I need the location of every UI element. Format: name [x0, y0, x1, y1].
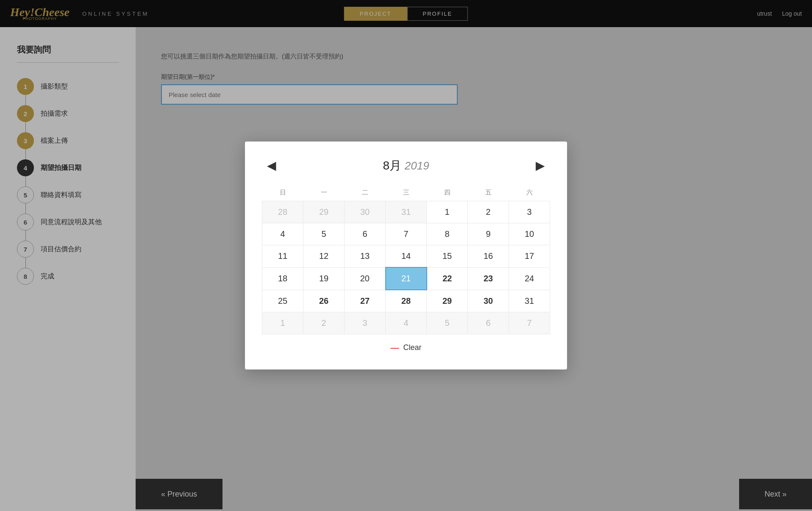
calendar-day[interactable]: 3 [509, 201, 550, 223]
calendar-day: 4 [386, 312, 427, 334]
calendar-day[interactable]: 7 [386, 223, 427, 245]
calendar-day: 28 [262, 201, 303, 223]
calendar-day[interactable]: 4 [262, 223, 303, 245]
calendar-day: 30 [345, 201, 386, 223]
calendar-day[interactable]: 20 [345, 267, 386, 290]
calendar-day: 3 [345, 312, 386, 334]
calendar-day: 5 [427, 312, 468, 334]
calendar-day[interactable]: 26 [303, 290, 345, 312]
calendar-day[interactable]: 1 [427, 201, 468, 223]
calendar-day[interactable]: 23 [468, 267, 509, 290]
calendar-day[interactable]: 16 [468, 245, 509, 268]
calendar-grid: 日一二三四五六282930311234567891011121314151617… [262, 184, 550, 334]
clear-dash-icon: — [390, 343, 399, 353]
calendar-day[interactable]: 15 [427, 245, 468, 268]
calendar-day[interactable]: 8 [427, 223, 468, 245]
calendar-day[interactable]: 5 [303, 223, 345, 245]
calendar-day[interactable]: 17 [509, 245, 550, 268]
calendar-day[interactable]: 24 [509, 267, 550, 290]
weekday-五: 五 [468, 184, 509, 201]
calendar-day[interactable]: 22 [427, 267, 468, 290]
calendar-month: 8月 [383, 159, 401, 172]
calendar-day: 6 [468, 312, 509, 334]
calendar-day: 1 [262, 312, 303, 334]
calendar-day[interactable]: 6 [345, 223, 386, 245]
calendar-modal: ◀ 8月 2019 ▶ 日一二三四五六282930311234567891011… [245, 142, 567, 369]
calendar-next-button[interactable]: ▶ [531, 157, 550, 174]
calendar-day: 29 [303, 201, 345, 223]
calendar-day[interactable]: 28 [386, 290, 427, 312]
calendar-day[interactable]: 29 [427, 290, 468, 312]
calendar-day[interactable]: 2 [468, 201, 509, 223]
calendar-day[interactable]: 19 [303, 267, 345, 290]
weekday-四: 四 [427, 184, 468, 201]
calendar-day[interactable]: 31 [509, 290, 550, 312]
calendar-day[interactable]: 9 [468, 223, 509, 245]
calendar-footer: — Clear [262, 343, 550, 353]
calendar-day: 7 [509, 312, 550, 334]
calendar-day[interactable]: 12 [303, 245, 345, 268]
calendar-day[interactable]: 27 [345, 290, 386, 312]
weekday-二: 二 [345, 184, 386, 201]
weekday-三: 三 [386, 184, 427, 201]
weekday-一: 一 [303, 184, 345, 201]
calendar-day[interactable]: 14 [386, 245, 427, 268]
clear-button[interactable]: Clear [403, 343, 421, 352]
calendar-overlay: ◀ 8月 2019 ▶ 日一二三四五六282930311234567891011… [0, 0, 812, 511]
calendar-day[interactable]: 25 [262, 290, 303, 312]
calendar-day: 2 [303, 312, 345, 334]
weekday-六: 六 [509, 184, 550, 201]
weekday-日: 日 [262, 184, 303, 201]
calendar-prev-button[interactable]: ◀ [262, 157, 281, 174]
calendar-header: ◀ 8月 2019 ▶ [262, 157, 550, 174]
calendar-day[interactable]: 11 [262, 245, 303, 268]
calendar-year: 2019 [405, 159, 429, 172]
calendar-day[interactable]: 13 [345, 245, 386, 268]
calendar-title: 8月 2019 [383, 158, 429, 174]
calendar-day: 31 [386, 201, 427, 223]
calendar-day[interactable]: 18 [262, 267, 303, 290]
calendar-day[interactable]: 10 [509, 223, 550, 245]
calendar-day[interactable]: 30 [468, 290, 509, 312]
calendar-day[interactable]: 21 [386, 267, 427, 290]
